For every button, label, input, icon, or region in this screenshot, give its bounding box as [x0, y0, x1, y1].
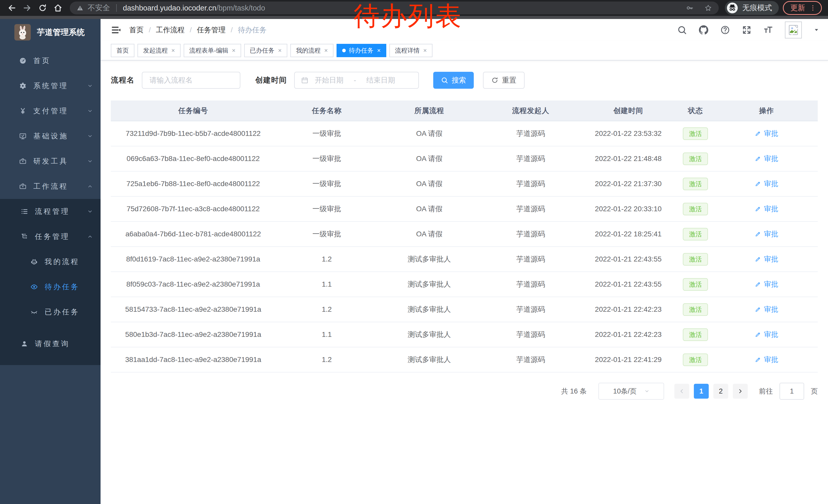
tab-流程详情[interactable]: 流程详情× — [389, 44, 432, 57]
breadcrumb-separator: / — [149, 26, 151, 34]
create-time-cell: 2022-01-21 22:43:55 — [581, 272, 676, 297]
status-cell: 激活 — [676, 322, 715, 347]
approve-button[interactable]: 审批 — [755, 204, 778, 214]
page-1-button[interactable]: 1 — [694, 384, 709, 399]
approve-label: 审批 — [764, 129, 778, 138]
logo[interactable]: 芋道管理系统 — [0, 19, 100, 46]
action-cell: 审批 — [715, 246, 818, 272]
tab-待办任务[interactable]: 待办任务× — [336, 44, 386, 57]
table-header-row: 任务编号任务名称所属流程流程发起人创建时间状态操作 — [111, 100, 818, 121]
approve-button[interactable]: 审批 — [755, 154, 778, 164]
tab-close-icon[interactable]: × — [232, 47, 236, 54]
reset-button[interactable]: 重置 — [483, 72, 525, 89]
collapse-menu-icon[interactable] — [111, 25, 121, 35]
tab-close-icon[interactable]: × — [377, 47, 381, 54]
table-row: 069c6a63-7b8a-11ec-8ef0-acde48001122一级审批… — [111, 146, 818, 171]
github-icon[interactable] — [699, 25, 708, 35]
task-id-cell: 580e1b3d-7ac8-11ec-a9e2-a2380e71991a — [111, 322, 276, 347]
task-id-cell: a6aba0a4-7b6d-11ec-b781-acde48001122 — [111, 222, 276, 246]
update-button[interactable]: 更新 — [783, 1, 822, 15]
sidebar-item-系统管理[interactable]: 系统管理 — [0, 73, 100, 98]
approve-button[interactable]: 审批 — [755, 279, 778, 289]
breadcrumb-item-0[interactable]: 首页 — [129, 25, 143, 35]
tab-流程表单-编辑[interactable]: 流程表单-编辑× — [184, 44, 241, 57]
page-2-button[interactable]: 2 — [713, 384, 728, 399]
sidebar-item-流程管理[interactable]: 流程管理 — [0, 199, 100, 224]
pencil-icon — [755, 155, 761, 162]
approve-button[interactable]: 审批 — [755, 254, 778, 264]
help-icon[interactable] — [720, 25, 730, 35]
workflow-icon — [19, 183, 27, 190]
password-key-icon[interactable] — [686, 4, 694, 12]
status-cell: 激活 — [676, 246, 715, 272]
process-cell: 测试多审批人 — [378, 272, 481, 297]
sidebar-item-已办任务[interactable]: 已办任务 — [0, 300, 100, 325]
sidebar-item-工作流程[interactable]: 工作流程 — [0, 174, 100, 199]
sidebar-item-待办任务[interactable]: 待办任务 — [0, 274, 100, 300]
sidebar-item-我的流程[interactable]: 我的流程 — [0, 249, 100, 274]
tab-close-icon[interactable]: × — [171, 47, 175, 54]
process-cell: OA 请假 — [378, 121, 481, 146]
tab-发起流程[interactable]: 发起流程× — [137, 44, 180, 57]
approve-button[interactable]: 审批 — [755, 355, 778, 365]
search-button[interactable]: 搜索 — [433, 72, 474, 89]
prev-page-button[interactable] — [674, 384, 689, 399]
tab-close-icon[interactable]: × — [324, 47, 328, 54]
sidebar-item-label: 我的流程 — [45, 257, 93, 267]
fullscreen-icon[interactable] — [742, 25, 752, 35]
approve-button[interactable]: 审批 — [755, 129, 778, 138]
approve-button[interactable]: 审批 — [755, 179, 778, 189]
page-buttons: 12 — [694, 384, 728, 399]
search-icon[interactable] — [677, 25, 687, 35]
approve-button[interactable]: 审批 — [755, 229, 778, 239]
status-cell: 激活 — [676, 121, 715, 146]
sidebar-item-首页[interactable]: 首页 — [0, 48, 100, 73]
sidebar-item-label: 已办任务 — [45, 307, 93, 317]
yen-icon — [19, 107, 27, 115]
chevron-up-icon — [87, 184, 93, 189]
status-cell: 激活 — [676, 146, 715, 171]
tab-我的流程[interactable]: 我的流程× — [290, 44, 333, 57]
font-size-icon[interactable] — [763, 25, 773, 35]
back-icon[interactable] — [6, 2, 17, 13]
page-size-select[interactable]: 10条/页 — [598, 383, 664, 400]
avatar-dropdown-caret-icon[interactable] — [814, 27, 819, 33]
forward-icon[interactable] — [22, 2, 33, 13]
tab-close-icon[interactable]: × — [278, 47, 282, 54]
starter-cell: 芋道源码 — [481, 222, 581, 246]
browser-menu-dots-icon[interactable] — [809, 4, 817, 11]
tab-首页[interactable]: 首页 — [111, 44, 134, 57]
process-cell: 测试多审批人 — [378, 347, 481, 372]
approve-button[interactable]: 审批 — [755, 305, 778, 314]
pencil-icon — [755, 331, 761, 338]
date-range-input[interactable]: 开始日期 - 结束日期 — [294, 72, 419, 89]
breadcrumb-item-1[interactable]: 工作流程 — [156, 25, 185, 35]
sidebar-item-请假查询[interactable]: 请假查询 — [0, 331, 100, 356]
sidebar-item-label: 待办任务 — [45, 282, 93, 292]
home-icon[interactable] — [52, 2, 64, 13]
tab-已办任务[interactable]: 已办任务× — [244, 44, 287, 57]
select-chevron-icon — [644, 388, 650, 394]
reload-icon[interactable] — [37, 2, 48, 13]
goto-page-input[interactable] — [780, 383, 804, 400]
status-cell: 激活 — [676, 297, 715, 322]
breadcrumb-item-2[interactable]: 任务管理 — [197, 25, 226, 35]
avatar[interactable] — [785, 21, 802, 39]
sidebar-item-label: 系统管理 — [33, 81, 81, 91]
sidebar-item-研发工具[interactable]: 研发工具 — [0, 149, 100, 174]
process-name-input[interactable] — [142, 72, 240, 89]
sidebar-item-label: 首页 — [33, 56, 93, 65]
next-page-button[interactable] — [733, 384, 748, 399]
process-cell: OA 请假 — [378, 222, 481, 246]
task-name-cell: 1.1 — [276, 272, 378, 297]
sidebar-item-支付管理[interactable]: 支付管理 — [0, 98, 100, 124]
action-cell: 审批 — [715, 222, 818, 246]
tab-close-icon[interactable]: × — [423, 47, 427, 54]
bookmark-star-icon[interactable] — [704, 4, 712, 12]
url-bar[interactable]: 不安全 dashboard.yudao.iocoder.cn/bpm/task/… — [70, 2, 719, 14]
sidebar-item-基础设施[interactable]: 基础设施 — [0, 124, 100, 149]
sidebar-item-任务管理[interactable]: 任务管理 — [0, 224, 100, 249]
approve-button[interactable]: 审批 — [755, 330, 778, 339]
sidebar-item-label: 工作流程 — [33, 182, 81, 191]
process-name-label: 流程名 — [111, 75, 135, 85]
